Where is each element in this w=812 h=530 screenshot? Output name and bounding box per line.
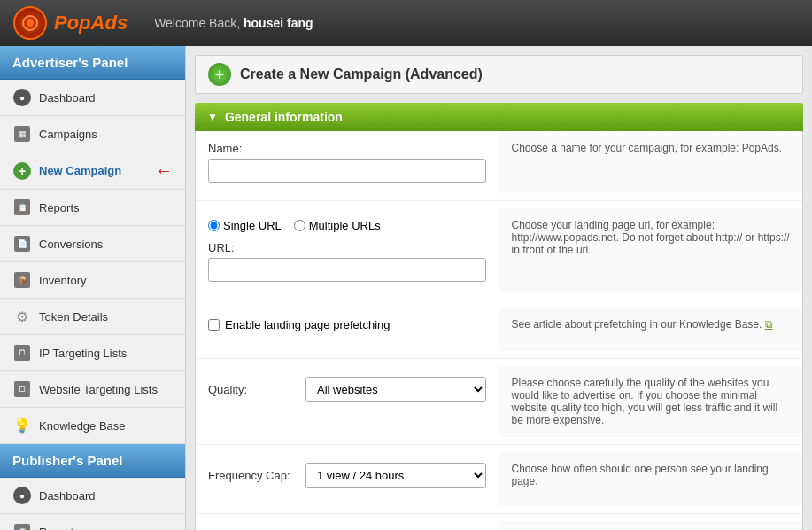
advertiser-panel-header: Advertiser's Panel — [0, 46, 185, 80]
inventory-icon: 📦 — [12, 270, 32, 290]
prefetch-checkbox[interactable] — [208, 319, 220, 331]
after-approval-row: After approval: Start Choose if campaign… — [196, 521, 802, 530]
sidebar-item-conversions[interactable]: 📄 Conversions — [0, 226, 185, 262]
sidebar-item-inventory[interactable]: 📦 Inventory — [0, 262, 185, 299]
sidebar-item-website-targeting-label: Website Targeting Lists — [39, 383, 158, 396]
multiple-url-radio[interactable] — [294, 220, 305, 231]
multiple-url-label: Multiple URLs — [309, 219, 381, 232]
conversions-icon: 📄 — [12, 234, 32, 253]
page-title-plus-icon: + — [208, 63, 231, 86]
page-title: Create a New Campaign (Advanced) — [240, 66, 483, 82]
sidebar-item-pub-dashboard[interactable]: ● Dashboard — [0, 478, 185, 514]
prefetch-label: Enable landing page prefetching — [225, 318, 390, 331]
logo-icon — [13, 6, 47, 40]
section-header: ▼ General information — [195, 103, 803, 131]
welcome-text: Welcome Back, housei fang — [154, 16, 313, 30]
sidebar: Advertiser's Panel ● Dashboard ▦ Campaig… — [0, 46, 186, 530]
plus-circle-icon: + — [12, 161, 32, 181]
after-approval-hint: Choose if campaign has to be started aft… — [499, 521, 803, 530]
pub-dashboard-icon: ● — [12, 486, 32, 505]
single-url-radio-label[interactable]: Single URL — [208, 219, 282, 232]
section-collapse-icon[interactable]: ▼ — [207, 111, 218, 123]
grid-icon: ▦ — [12, 124, 32, 144]
freq-cap-hint: Choose how often should one person see y… — [499, 452, 803, 506]
sidebar-item-new-campaign[interactable]: + New Campaign ← — [0, 152, 185, 190]
pub-reports-icon: 📋 — [12, 522, 32, 530]
main-layout: Advertiser's Panel ● Dashboard ▦ Campaig… — [0, 46, 812, 530]
url-hint: Choose your landing page url, for exampl… — [499, 208, 803, 292]
freq-cap-select-row: Frequency Cap: 1 view / 24 hours — [208, 463, 486, 488]
ip-targeting-icon: 🗒 — [12, 343, 32, 362]
quality-select[interactable]: All websites — [305, 377, 486, 402]
svg-point-1 — [27, 19, 34, 27]
sidebar-item-conversions-label: Conversions — [39, 238, 103, 251]
sidebar-item-campaigns-label: Campaigns — [39, 128, 97, 141]
reports-icon: 📋 — [12, 198, 32, 217]
url-type-radio-group: Single URL Multiple URLs — [208, 219, 486, 232]
logo-area: PopAds — [13, 6, 128, 40]
publisher-panel-header: Publisher's Panel — [0, 444, 185, 478]
sidebar-item-dashboard[interactable]: ● Dashboard — [0, 80, 185, 116]
freq-cap-select[interactable]: 1 view / 24 hours — [305, 463, 486, 488]
sidebar-item-inventory-label: Inventory — [39, 274, 86, 287]
sidebar-item-knowledge-base-label: Knowledge Base — [39, 419, 126, 433]
quality-field-left: Quality: All websites — [196, 366, 499, 437]
sidebar-item-token-label: Token Details — [39, 310, 108, 323]
sidebar-item-ip-targeting-label: IP Targeting Lists — [39, 347, 127, 360]
url-row: Single URL Multiple URLs URL: Choose you… — [196, 208, 802, 292]
name-row: Name: Choose a name for your campaign, f… — [196, 131, 802, 193]
sidebar-item-new-campaign-label: New Campaign — [39, 164, 121, 177]
name-field-left: Name: — [196, 131, 499, 193]
freq-cap-label: Frequency Cap: — [208, 469, 297, 482]
name-hint: Choose a name for your campaign, for exa… — [499, 131, 803, 193]
form-section: Name: Choose a name for your campaign, f… — [195, 131, 803, 530]
prefetch-kb-link[interactable]: ⧉ — [765, 318, 773, 331]
freq-cap-row: Frequency Cap: 1 view / 24 hours Choose … — [196, 452, 802, 506]
sidebar-item-pub-dashboard-label: Dashboard — [39, 489, 96, 503]
prefetch-hint: See article about prefetching in our Kno… — [499, 308, 803, 351]
prefetch-row: Enable landing page prefetching See arti… — [196, 308, 802, 351]
name-input[interactable] — [208, 159, 486, 183]
url-field-left: Single URL Multiple URLs URL: — [196, 208, 499, 292]
knowledge-base-icon: 💡 — [12, 416, 32, 435]
sidebar-item-reports[interactable]: 📋 Reports — [0, 190, 185, 226]
section-title: General information — [225, 110, 343, 124]
after-approval-field-left: After approval: Start — [196, 521, 499, 530]
main-content: + Create a New Campaign (Advanced) ▼ Gen… — [186, 46, 812, 530]
quality-hint: Please choose carefully the quality of t… — [499, 366, 803, 437]
prefetch-checkbox-row: Enable landing page prefetching — [208, 318, 486, 331]
sidebar-item-pub-reports-label: Reports — [39, 526, 80, 531]
circle-dark-icon: ● — [12, 88, 32, 107]
page-title-bar: + Create a New Campaign (Advanced) — [195, 55, 803, 94]
single-url-label: Single URL — [223, 219, 282, 232]
sidebar-item-dashboard-label: Dashboard — [39, 91, 96, 105]
quality-row: Quality: All websites Please choose care… — [196, 366, 802, 437]
freq-cap-field-left: Frequency Cap: 1 view / 24 hours — [196, 452, 499, 506]
logo-text: PopAds — [54, 12, 128, 35]
sidebar-item-campaigns[interactable]: ▦ Campaigns — [0, 116, 185, 152]
quality-select-row: Quality: All websites — [208, 377, 486, 402]
multiple-url-radio-label[interactable]: Multiple URLs — [294, 219, 381, 232]
app-header: PopAds Welcome Back, housei fang — [0, 0, 812, 46]
arrow-indicator: ← — [155, 160, 173, 181]
sidebar-item-knowledge-base[interactable]: 💡 Knowledge Base — [0, 408, 185, 444]
quality-label: Quality: — [208, 383, 297, 396]
sidebar-item-ip-targeting[interactable]: 🗒 IP Targeting Lists — [0, 335, 185, 371]
url-input[interactable] — [208, 258, 486, 282]
name-label: Name: — [208, 142, 486, 155]
website-targeting-icon: 🗒 — [12, 379, 32, 399]
token-icon: ⚙ — [12, 307, 32, 326]
sidebar-item-website-targeting[interactable]: 🗒 Website Targeting Lists — [0, 371, 185, 408]
url-label: URL: — [208, 241, 486, 254]
prefetch-field-left: Enable landing page prefetching — [196, 308, 499, 351]
sidebar-item-pub-reports[interactable]: 📋 Reports — [0, 514, 185, 530]
sidebar-item-reports-label: Reports — [39, 201, 80, 214]
username: housei fang — [244, 16, 313, 30]
single-url-radio[interactable] — [208, 220, 220, 231]
sidebar-item-token[interactable]: ⚙ Token Details — [0, 299, 185, 335]
